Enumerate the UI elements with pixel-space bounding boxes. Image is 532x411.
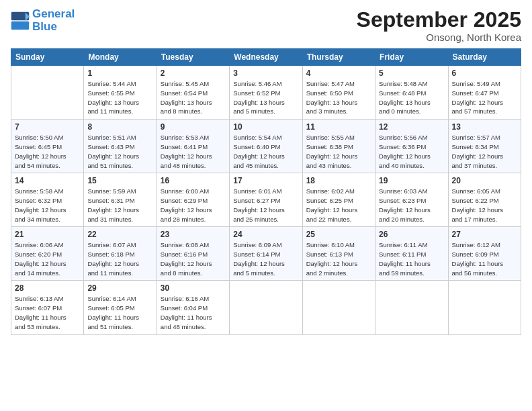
day-info: Sunrise: 6:05 AMSunset: 6:22 PMDaylight:…	[452, 187, 517, 224]
calendar-cell: 22Sunrise: 6:07 AMSunset: 6:18 PMDayligh…	[84, 227, 157, 281]
title-block: September 2025 Onsong, North Korea	[357, 8, 521, 43]
day-number: 28	[15, 283, 80, 293]
day-info: Sunrise: 6:16 AMSunset: 6:04 PMDaylight:…	[161, 294, 226, 331]
calendar-cell	[302, 281, 375, 334]
calendar-cell	[11, 66, 84, 120]
day-number: 13	[452, 122, 517, 132]
day-number: 17	[233, 176, 298, 185]
calendar-cell: 7Sunrise: 5:50 AMSunset: 6:45 PMDaylight…	[11, 120, 84, 173]
calendar-cell: 21Sunrise: 6:06 AMSunset: 6:20 PMDayligh…	[11, 227, 84, 281]
calendar-cell: 18Sunrise: 6:02 AMSunset: 6:25 PMDayligh…	[302, 173, 375, 227]
calendar-cell: 2Sunrise: 5:45 AMSunset: 6:54 PMDaylight…	[157, 66, 229, 120]
calendar-cell	[448, 281, 521, 334]
col-thursday: Thursday	[302, 49, 375, 66]
day-info: Sunrise: 5:53 AMSunset: 6:41 PMDaylight:…	[161, 133, 226, 170]
calendar-cell: 13Sunrise: 5:57 AMSunset: 6:34 PMDayligh…	[448, 120, 521, 173]
day-info: Sunrise: 5:47 AMSunset: 6:50 PMDaylight:…	[306, 79, 371, 116]
day-number: 4	[306, 68, 371, 78]
calendar-week-1: 1Sunrise: 5:44 AMSunset: 6:55 PMDaylight…	[11, 66, 521, 120]
day-info: Sunrise: 6:03 AMSunset: 6:23 PMDaylight:…	[379, 187, 444, 224]
col-sunday: Sunday	[11, 49, 84, 66]
calendar-cell: 29Sunrise: 6:14 AMSunset: 6:05 PMDayligh…	[84, 281, 157, 334]
day-number: 18	[306, 176, 371, 185]
svg-rect-1	[11, 21, 29, 29]
day-number: 16	[161, 176, 226, 185]
day-info: Sunrise: 6:10 AMSunset: 6:13 PMDaylight:…	[306, 240, 371, 277]
day-number: 25	[306, 230, 371, 239]
day-info: Sunrise: 6:11 AMSunset: 6:11 PMDaylight:…	[379, 240, 444, 277]
day-number: 27	[452, 230, 517, 239]
day-number: 21	[15, 230, 80, 239]
calendar-cell: 8Sunrise: 5:51 AMSunset: 6:43 PMDaylight…	[84, 120, 157, 173]
calendar-cell: 3Sunrise: 5:46 AMSunset: 6:52 PMDaylight…	[230, 66, 302, 120]
day-number: 6	[452, 68, 517, 78]
day-info: Sunrise: 6:00 AMSunset: 6:29 PMDaylight:…	[161, 187, 226, 224]
day-number: 15	[87, 176, 152, 185]
calendar-cell: 19Sunrise: 6:03 AMSunset: 6:23 PMDayligh…	[375, 173, 448, 227]
day-number: 12	[379, 122, 444, 132]
day-info: Sunrise: 5:59 AMSunset: 6:31 PMDaylight:…	[87, 187, 152, 224]
day-info: Sunrise: 6:02 AMSunset: 6:25 PMDaylight:…	[306, 187, 371, 224]
day-info: Sunrise: 5:54 AMSunset: 6:40 PMDaylight:…	[233, 133, 298, 170]
calendar-cell: 20Sunrise: 6:05 AMSunset: 6:22 PMDayligh…	[448, 173, 521, 227]
calendar-week-5: 28Sunrise: 6:13 AMSunset: 6:07 PMDayligh…	[11, 281, 521, 334]
calendar-cell: 25Sunrise: 6:10 AMSunset: 6:13 PMDayligh…	[302, 227, 375, 281]
day-number: 2	[161, 68, 226, 78]
day-number: 29	[87, 283, 152, 293]
page-header: General Blue September 2025 Onsong, Nort…	[11, 8, 521, 43]
calendar-cell: 16Sunrise: 6:00 AMSunset: 6:29 PMDayligh…	[157, 173, 229, 227]
day-info: Sunrise: 5:49 AMSunset: 6:47 PMDaylight:…	[452, 79, 517, 116]
calendar-cell	[230, 281, 302, 334]
calendar-week-2: 7Sunrise: 5:50 AMSunset: 6:45 PMDaylight…	[11, 120, 521, 173]
day-info: Sunrise: 5:50 AMSunset: 6:45 PMDaylight:…	[15, 133, 80, 170]
day-info: Sunrise: 5:56 AMSunset: 6:36 PMDaylight:…	[379, 133, 444, 170]
day-number: 24	[233, 230, 298, 239]
day-number: 5	[379, 68, 444, 78]
calendar-cell: 6Sunrise: 5:49 AMSunset: 6:47 PMDaylight…	[448, 66, 521, 120]
day-number: 9	[161, 122, 226, 132]
calendar-cell: 27Sunrise: 6:12 AMSunset: 6:09 PMDayligh…	[448, 227, 521, 281]
calendar-cell: 23Sunrise: 6:08 AMSunset: 6:16 PMDayligh…	[157, 227, 229, 281]
logo-text-line1: General	[32, 8, 75, 21]
calendar-cell: 26Sunrise: 6:11 AMSunset: 6:11 PMDayligh…	[375, 227, 448, 281]
day-info: Sunrise: 5:57 AMSunset: 6:34 PMDaylight:…	[452, 133, 517, 170]
day-info: Sunrise: 6:12 AMSunset: 6:09 PMDaylight:…	[452, 240, 517, 277]
col-monday: Monday	[84, 49, 157, 66]
day-number: 22	[87, 230, 152, 239]
day-info: Sunrise: 6:13 AMSunset: 6:07 PMDaylight:…	[15, 294, 80, 331]
day-number: 11	[306, 122, 371, 132]
calendar-cell: 1Sunrise: 5:44 AMSunset: 6:55 PMDaylight…	[84, 66, 157, 120]
day-info: Sunrise: 6:07 AMSunset: 6:18 PMDaylight:…	[87, 240, 152, 277]
logo-text-line2: Blue	[32, 21, 75, 34]
day-number: 26	[379, 230, 444, 239]
calendar-cell: 12Sunrise: 5:56 AMSunset: 6:36 PMDayligh…	[375, 120, 448, 173]
day-info: Sunrise: 5:46 AMSunset: 6:52 PMDaylight:…	[233, 79, 298, 116]
col-wednesday: Wednesday	[230, 49, 302, 66]
calendar-table: Sunday Monday Tuesday Wednesday Thursday…	[11, 48, 521, 334]
day-info: Sunrise: 5:45 AMSunset: 6:54 PMDaylight:…	[161, 79, 226, 116]
day-info: Sunrise: 5:58 AMSunset: 6:32 PMDaylight:…	[15, 187, 80, 224]
day-number: 19	[379, 176, 444, 185]
day-info: Sunrise: 5:48 AMSunset: 6:48 PMDaylight:…	[379, 79, 444, 116]
day-number: 30	[161, 283, 226, 293]
day-info: Sunrise: 5:51 AMSunset: 6:43 PMDaylight:…	[87, 133, 152, 170]
day-number: 1	[87, 68, 152, 78]
logo: General Blue	[11, 8, 75, 33]
day-number: 14	[15, 176, 80, 185]
calendar-header-row: Sunday Monday Tuesday Wednesday Thursday…	[11, 49, 521, 66]
day-info: Sunrise: 6:06 AMSunset: 6:20 PMDaylight:…	[15, 240, 80, 277]
day-info: Sunrise: 6:09 AMSunset: 6:14 PMDaylight:…	[233, 240, 298, 277]
day-number: 10	[233, 122, 298, 132]
calendar-cell: 17Sunrise: 6:01 AMSunset: 6:27 PMDayligh…	[230, 173, 302, 227]
calendar-cell	[375, 281, 448, 334]
calendar-cell: 24Sunrise: 6:09 AMSunset: 6:14 PMDayligh…	[230, 227, 302, 281]
col-saturday: Saturday	[448, 49, 521, 66]
day-number: 7	[15, 122, 80, 132]
day-info: Sunrise: 6:01 AMSunset: 6:27 PMDaylight:…	[233, 187, 298, 224]
location: Onsong, North Korea	[357, 32, 521, 43]
day-info: Sunrise: 6:14 AMSunset: 6:05 PMDaylight:…	[87, 294, 152, 331]
calendar-cell: 9Sunrise: 5:53 AMSunset: 6:41 PMDaylight…	[157, 120, 229, 173]
calendar-cell: 28Sunrise: 6:13 AMSunset: 6:07 PMDayligh…	[11, 281, 84, 334]
calendar-cell: 4Sunrise: 5:47 AMSunset: 6:50 PMDaylight…	[302, 66, 375, 120]
logo-icon	[11, 11, 30, 30]
